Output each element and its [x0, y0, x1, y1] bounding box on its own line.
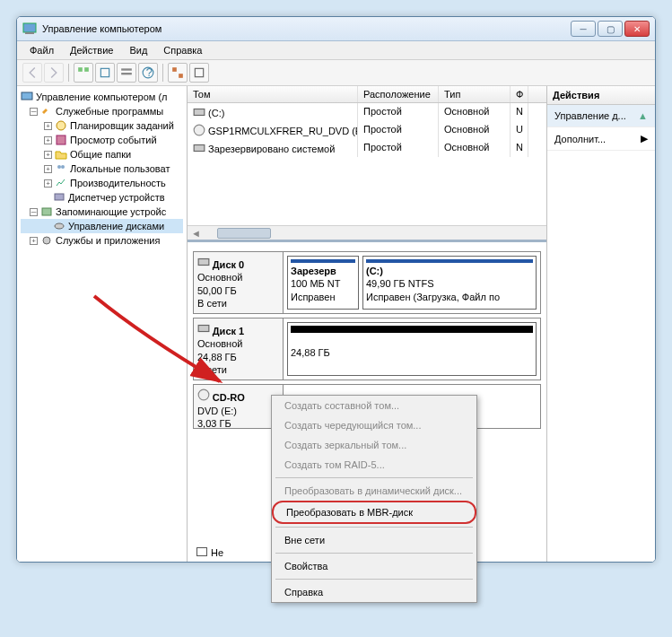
- collapse-icon[interactable]: ─: [30, 108, 38, 116]
- app-icon: [22, 22, 37, 36]
- tree-devices[interactable]: Диспетчер устройств: [21, 190, 183, 205]
- ctx-help[interactable]: Справка: [272, 582, 476, 602]
- svg-rect-4: [100, 68, 109, 76]
- refresh-icon: [99, 66, 111, 79]
- h-scrollbar[interactable]: ◄: [188, 225, 546, 240]
- users-icon: [55, 162, 67, 175]
- help-icon: ?: [142, 66, 154, 79]
- col-layout[interactable]: Расположение: [358, 86, 439, 102]
- svg-rect-17: [55, 194, 64, 200]
- collapse-icon[interactable]: ─: [30, 208, 38, 216]
- volume-icon: [193, 142, 205, 154]
- scroll-thumb[interactable]: [217, 228, 271, 239]
- tree-root[interactable]: Управление компьютером (л: [21, 90, 183, 104]
- chevron-right-icon: ▶: [641, 133, 648, 144]
- svg-rect-5: [121, 68, 132, 70]
- disk-icon: [197, 256, 210, 268]
- volume-list: Том Расположение Тип Ф (C:)ПростойОсновн…: [188, 86, 546, 225]
- tree-users[interactable]: +Локальные пользоват: [21, 161, 183, 176]
- ctx-spanned-volume[interactable]: Создать составной том...: [272, 396, 476, 415]
- menu-file[interactable]: Файл: [22, 43, 61, 57]
- ctx-raid5-volume[interactable]: Создать том RAID-5...: [272, 455, 476, 475]
- ctx-offline[interactable]: Вне сети: [272, 530, 476, 550]
- svg-point-16: [61, 165, 65, 169]
- toolbar-btn-1[interactable]: [74, 63, 93, 83]
- menu-view[interactable]: Вид: [122, 43, 154, 57]
- disk-0-row[interactable]: Диск 0 Основной 50,00 ГБ В сети Зарезерв…: [193, 251, 541, 314]
- toolbar-btn-2[interactable]: [95, 63, 115, 83]
- expand-icon[interactable]: +: [30, 237, 38, 245]
- toolbar-btn-5[interactable]: [168, 63, 188, 83]
- svg-point-13: [57, 121, 65, 130]
- svg-rect-14: [57, 135, 65, 144]
- toolbar-btn-6[interactable]: [189, 63, 209, 83]
- tree-shared[interactable]: +Общие папки: [21, 147, 183, 161]
- tree-perf[interactable]: +Производительность: [21, 176, 183, 190]
- arrow-left-icon: [26, 66, 39, 79]
- tree-disk-mgmt[interactable]: Управление дисками: [21, 219, 183, 233]
- dvd-icon: [193, 124, 205, 136]
- close-button[interactable]: ✕: [624, 21, 650, 37]
- volume-row[interactable]: GSP1RMCULXFRER_RU_DVD (E:)ПростойОсновно…: [188, 121, 546, 139]
- forward-button[interactable]: [44, 63, 64, 83]
- disk-icon: [53, 220, 65, 232]
- svg-rect-0: [23, 23, 36, 32]
- volume-row[interactable]: Зарезервировано системойПростойОсновнойN: [188, 139, 546, 157]
- svg-rect-2: [78, 67, 83, 72]
- expand-icon[interactable]: +: [44, 136, 52, 144]
- legend: Не: [196, 547, 223, 558]
- expand-icon[interactable]: +: [44, 179, 52, 188]
- partition-unallocated[interactable]: 24,88 ГБ: [287, 322, 537, 376]
- ctx-properties[interactable]: Свойства: [272, 556, 476, 576]
- chevron-up-icon: ▲: [638, 110, 648, 121]
- action-disk-mgmt[interactable]: Управление д...▲: [547, 105, 655, 127]
- toolbar-btn-3[interactable]: [117, 63, 136, 83]
- services-icon: [40, 234, 53, 247]
- tree-group-utilities[interactable]: ─Служебные программы: [21, 104, 183, 118]
- svg-text:?: ?: [146, 66, 153, 79]
- separator: [275, 477, 473, 478]
- col-fs[interactable]: Ф: [511, 86, 528, 102]
- partition-c[interactable]: (C:)49,90 ГБ NTFSИсправен (Загрузка, Фай…: [362, 256, 537, 310]
- volume-icon: [193, 106, 205, 118]
- clock-icon: [55, 119, 67, 132]
- toolbar: ?: [17, 60, 655, 86]
- svg-rect-6: [121, 73, 132, 74]
- partition-reserved[interactable]: Зарезерв100 МБ NTИсправен: [287, 256, 359, 310]
- expand-icon[interactable]: +: [44, 165, 52, 173]
- minimize-button[interactable]: ─: [571, 21, 596, 37]
- menu-help[interactable]: Справка: [156, 43, 209, 57]
- tree-events[interactable]: +Просмотр событий: [21, 133, 183, 147]
- toolbar-btn-4[interactable]: ?: [138, 63, 158, 83]
- svg-point-19: [55, 223, 64, 229]
- menubar: Файл Действие Вид Справка: [17, 41, 655, 60]
- list-icon: [120, 66, 133, 79]
- ctx-convert-dynamic[interactable]: Преобразовать в динамический диск...: [272, 481, 476, 501]
- svg-rect-11: [195, 68, 203, 76]
- maximize-button[interactable]: ▢: [598, 21, 623, 37]
- svg-rect-18: [42, 208, 51, 215]
- menu-action[interactable]: Действие: [63, 43, 120, 57]
- tree-group-services[interactable]: +Службы и приложения: [21, 233, 183, 248]
- col-type[interactable]: Тип: [439, 86, 511, 102]
- separator: [275, 579, 473, 580]
- action-more[interactable]: Дополнит...▶: [547, 127, 655, 151]
- svg-rect-12: [22, 92, 32, 100]
- window-title: Управление компьютером: [42, 23, 571, 34]
- back-button[interactable]: [22, 63, 42, 83]
- perf-icon: [55, 177, 67, 189]
- expand-icon[interactable]: +: [44, 122, 52, 130]
- tree-scheduler[interactable]: +Планировщик заданий: [21, 118, 183, 133]
- col-volume[interactable]: Том: [188, 86, 358, 102]
- expand-icon[interactable]: +: [44, 151, 52, 159]
- actions-header: Действия: [547, 86, 655, 105]
- computer-icon: [21, 91, 33, 103]
- ctx-mirror-volume[interactable]: Создать зеркальный том...: [272, 435, 476, 455]
- ctx-striped-volume[interactable]: Создать чередующийся том...: [272, 415, 476, 435]
- svg-rect-1: [25, 32, 34, 34]
- tree-group-storage[interactable]: ─Запоминающие устройс: [21, 205, 183, 219]
- ctx-convert-mbr[interactable]: Преобразовать в MBR-диск: [272, 501, 476, 524]
- legend-unalloc-box: [196, 547, 207, 556]
- disk-1-row[interactable]: Диск 1 Основной 24,88 ГБ В сети 24,88 ГБ: [193, 318, 541, 380]
- volume-row[interactable]: (C:)ПростойОсновнойN: [188, 103, 546, 121]
